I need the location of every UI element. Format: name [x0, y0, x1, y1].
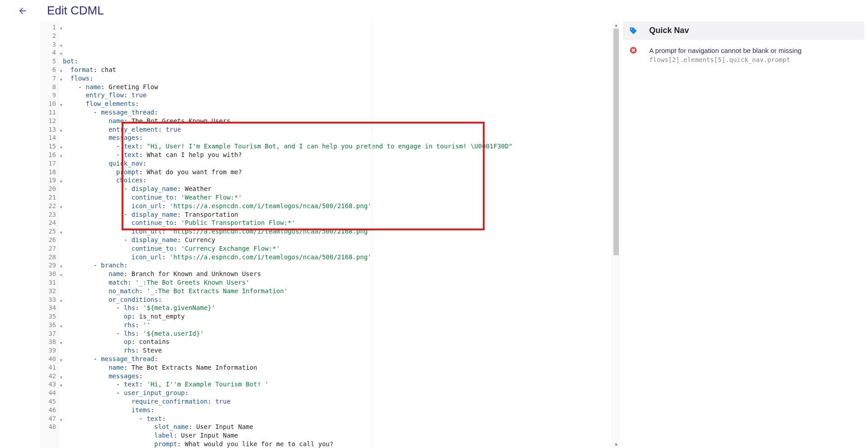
line-number: 37 — [40, 329, 58, 338]
editor-ruler — [372, 21, 373, 448]
line-number: 1▼ — [40, 23, 58, 32]
code-line[interactable]: name: Branch for Known and Unknown Users — [58, 270, 612, 278]
code-line[interactable]: choices: — [58, 176, 612, 185]
code-line[interactable]: match: '_:The Bot Greets Known Users' — [58, 278, 612, 287]
line-number: 30▼ — [40, 270, 58, 278]
code-line[interactable]: continue_to: 'Public Transportation Flow… — [58, 219, 612, 227]
code-line[interactable]: - message_thread: — [58, 355, 612, 363]
code-line[interactable]: flow_elements: — [58, 100, 612, 108]
line-number: 45 — [40, 397, 58, 406]
line-number: 2 — [40, 32, 58, 40]
code-line[interactable]: or_conditions: — [58, 295, 612, 304]
code-line[interactable]: bot: — [58, 57, 612, 66]
page-header: Edit CDML — [0, 0, 868, 21]
code-line[interactable]: rhs: '' — [58, 321, 612, 329]
line-number: 48 — [40, 423, 58, 431]
line-number: 11 — [40, 108, 58, 117]
scroll-thumb[interactable] — [613, 29, 619, 255]
line-number: 6▼ — [40, 66, 58, 74]
code-line[interactable]: - display_name: Currency — [58, 236, 612, 244]
code-line[interactable]: - lhs: '${meta.userId}' — [58, 329, 612, 338]
line-number: 35 — [40, 312, 58, 321]
code-line[interactable]: continue_to: 'Weather Flow:*' — [58, 193, 612, 202]
back-button[interactable] — [16, 5, 29, 17]
line-number: 46 — [40, 406, 58, 415]
line-number: 44 — [40, 389, 58, 397]
code-line[interactable]: - display_name: Weather — [58, 185, 612, 193]
scroll-down-button[interactable]: ▼ — [613, 441, 620, 448]
side-panel-header: Quick Nav — [623, 21, 864, 40]
code-line[interactable]: no_match: '_:The Bot Extracts Name Infor… — [58, 287, 612, 295]
code-line[interactable]: icon_url: 'https://a.espncdn.com/i/teaml… — [58, 202, 612, 210]
line-number: 42▼ — [40, 372, 58, 381]
line-number: 34 — [40, 304, 58, 312]
line-number: 32 — [40, 287, 58, 295]
line-number: 38▼ — [40, 338, 58, 346]
page-title: Edit CDML — [47, 4, 104, 18]
line-number: 26 — [40, 236, 58, 244]
validation-error-row[interactable]: A prompt for navigation cannot be blank … — [623, 43, 864, 67]
code-line[interactable]: messages: — [58, 372, 612, 381]
line-number: 40▼ — [40, 355, 58, 363]
line-number: 25▼ — [40, 227, 58, 236]
code-line[interactable]: require_confirmation: true — [58, 397, 612, 406]
code-line[interactable]: format: chat — [58, 66, 612, 74]
code-line[interactable]: name: The Bot Greets Known Users — [58, 117, 612, 125]
line-number: 17 — [40, 159, 58, 168]
code-line[interactable]: flows: — [58, 74, 612, 83]
arrow-left-icon — [18, 6, 28, 16]
code-line[interactable]: slot_name: User Input Name — [58, 423, 612, 431]
line-number: 12 — [40, 117, 58, 125]
line-number: 14 — [40, 133, 58, 142]
code-line[interactable]: items: — [58, 406, 612, 415]
code-line[interactable]: prompt: What do you want from me? — [58, 168, 612, 176]
code-line[interactable]: op: contains — [58, 338, 612, 346]
code-line[interactable]: - message_thread: — [58, 108, 612, 117]
line-number: 16▼ — [40, 151, 58, 159]
code-line[interactable]: - text: "Hi, User! I'm Example Tourism B… — [58, 142, 612, 151]
code-line[interactable]: - text: — [58, 415, 612, 423]
line-number: 43▼ — [40, 380, 58, 389]
line-number: 21 — [40, 193, 58, 202]
code-line[interactable]: rhs: Steve — [58, 346, 612, 355]
code-line[interactable]: entry_flow: true — [58, 91, 612, 100]
code-line[interactable]: - name: Greeting Flow — [58, 83, 612, 91]
line-number: 20 — [40, 185, 58, 193]
line-number: 24 — [40, 219, 58, 227]
line-number: 28 — [40, 253, 58, 262]
code-line[interactable]: messages: — [58, 133, 612, 142]
code-line[interactable]: quick_nav: — [58, 159, 612, 168]
line-number: 27 — [40, 244, 58, 253]
error-message: A prompt for navigation cannot be blank … — [649, 46, 802, 55]
line-number: 47▼ — [40, 415, 58, 423]
code-line[interactable]: - text: What can I help you with? — [58, 151, 612, 159]
code-line[interactable]: entry_element: true — [58, 125, 612, 134]
line-number: 33▼ — [40, 295, 58, 304]
scroll-track[interactable] — [613, 29, 620, 441]
code-line[interactable]: icon_url: 'https://a.espncdn.com/i/teaml… — [58, 227, 612, 236]
scroll-up-button[interactable]: ▲ — [613, 21, 620, 29]
line-number: 9 — [40, 91, 58, 100]
code-line[interactable]: icon_url: 'https://a.espncdn.com/i/teaml… — [58, 253, 612, 262]
code-line[interactable]: - user_input_group: — [58, 389, 612, 397]
code-line[interactable]: - lhs: '${meta.givenName}' — [58, 304, 612, 312]
line-number: 31 — [40, 278, 58, 287]
code-line[interactable]: name: The Bot Extracts Name Information — [58, 363, 612, 372]
code-line[interactable]: prompt: What would you like for me to ca… — [58, 440, 612, 448]
error-path: flows[2].elements[5].quick_nav.prompt — [649, 56, 802, 63]
code-line[interactable]: continue_to: 'Currency Exchange Flow:*' — [58, 244, 612, 253]
line-number-gutter: 1▼23▼4▼56▼7▼8910▼111213▼1415▼16▼171819▼2… — [40, 21, 58, 448]
line-number: 19▼ — [40, 176, 58, 185]
code-editor[interactable]: bot: format: chat flows: - name: Greetin… — [58, 21, 612, 448]
line-number: 4▼ — [40, 48, 58, 57]
line-number: 10▼ — [40, 100, 58, 108]
vertical-scrollbar[interactable]: ▲ ▼ — [612, 21, 620, 448]
code-line[interactable]: - branch: — [58, 261, 612, 270]
line-number: 8 — [40, 83, 58, 91]
code-line[interactable]: - text: 'Hi, I''m Example Tourism Bot! ' — [58, 380, 612, 389]
code-line[interactable]: label: User Input Name — [58, 431, 612, 440]
code-line[interactable]: op: is_not_empty — [58, 312, 612, 321]
line-number: 22▼ — [40, 202, 58, 210]
line-number: 7▼ — [40, 74, 58, 83]
code-line[interactable]: - display_name: Transportation — [58, 210, 612, 219]
